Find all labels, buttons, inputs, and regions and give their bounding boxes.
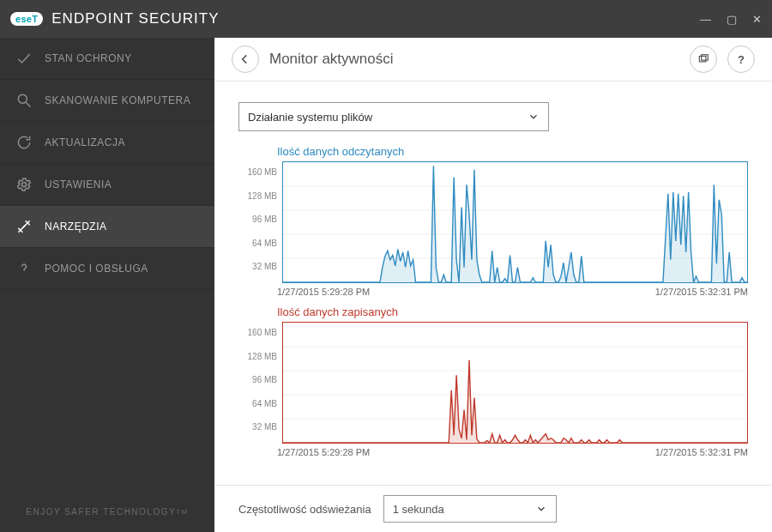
maximize-button[interactable]: ▢ xyxy=(727,13,737,26)
brand: eseT ENDPOINT SECURITY xyxy=(10,10,700,27)
sidebar-footer: ENJOY SAFER TECHNOLOGYTM xyxy=(0,491,214,532)
activity-type-select[interactable]: Działanie systemu plików xyxy=(238,102,549,131)
chevron-down-icon xyxy=(535,503,547,515)
refresh-rate-value: 1 sekunda xyxy=(393,503,444,516)
sidebar-item-label: STAN OCHRONY xyxy=(45,52,132,64)
write-chart-end-time: 1/27/2015 5:32:31 PM xyxy=(655,447,748,457)
sidebar: STAN OCHRONY SKANOWANIE KOMPUTERA AKTUAL… xyxy=(0,38,214,532)
write-chart-canvas xyxy=(282,322,748,444)
minimize-button[interactable]: — xyxy=(700,13,711,26)
read-chart-end-time: 1/27/2015 5:32:31 PM xyxy=(655,287,748,297)
read-chart-start-time: 1/27/2015 5:29:28 PM xyxy=(277,287,370,297)
refresh-icon xyxy=(15,134,33,151)
write-chart-title: Ilość danych zapisanych xyxy=(277,305,748,318)
read-chart-title: Ilość danych odczytanych xyxy=(277,145,748,158)
sidebar-item-label: AKTUALIZACJA xyxy=(45,136,125,148)
tools-icon xyxy=(15,218,33,235)
read-chart-canvas xyxy=(282,161,748,283)
search-icon xyxy=(15,92,33,109)
titlebar: eseT ENDPOINT SECURITY — ▢ ✕ xyxy=(0,0,772,38)
sidebar-item-label: NARZĘDZIA xyxy=(45,221,107,233)
sidebar-item-label: SKANOWANIE KOMPUTERA xyxy=(45,94,190,106)
page-title: Monitor aktywności xyxy=(269,51,679,68)
sidebar-item-update[interactable]: AKTUALIZACJA xyxy=(0,122,214,164)
chevron-down-icon xyxy=(528,111,540,123)
help-icon xyxy=(15,260,33,277)
svg-rect-5 xyxy=(702,55,709,60)
sidebar-item-help[interactable]: POMOC I OBSŁUGA xyxy=(0,248,214,290)
brand-logo: eseT xyxy=(10,12,43,26)
refresh-rate-select[interactable]: 1 sekunda xyxy=(383,495,557,523)
refresh-rate-label: Częstotliwość odświeżania xyxy=(238,503,371,516)
svg-rect-4 xyxy=(699,57,706,62)
svg-line-1 xyxy=(27,103,31,107)
check-icon xyxy=(15,50,33,67)
svg-point-2 xyxy=(22,183,27,187)
sidebar-item-label: USTAWIENIA xyxy=(45,178,112,190)
svg-point-0 xyxy=(18,94,27,103)
activity-type-value: Działanie systemu plików xyxy=(248,111,372,124)
back-button[interactable] xyxy=(232,45,259,73)
sidebar-item-tools[interactable]: NARZĘDZIA xyxy=(0,206,214,248)
close-button[interactable]: ✕ xyxy=(752,13,762,26)
gear-icon xyxy=(15,176,33,193)
write-chart-block: Ilość danych zapisanych 160 MB 128 MB 96… xyxy=(238,305,748,457)
write-chart-y-axis: 160 MB 128 MB 96 MB 64 MB 32 MB xyxy=(238,322,282,444)
footer-bar: Częstotliwość odświeżania 1 sekunda xyxy=(214,485,772,532)
read-chart-block: Ilość danych odczytanych 160 MB 128 MB 9… xyxy=(238,145,748,297)
help-button[interactable]: ? xyxy=(727,45,755,73)
sidebar-item-settings[interactable]: USTAWIENIA xyxy=(0,164,214,206)
sidebar-item-protection-status[interactable]: STAN OCHRONY xyxy=(0,38,214,80)
page-header: Monitor aktywności ? xyxy=(214,38,772,82)
write-chart-start-time: 1/27/2015 5:29:28 PM xyxy=(277,447,370,457)
expand-window-button[interactable] xyxy=(690,45,717,73)
read-chart-y-axis: 160 MB 128 MB 96 MB 64 MB 32 MB xyxy=(238,161,282,283)
sidebar-item-computer-scan[interactable]: SKANOWANIE KOMPUTERA xyxy=(0,80,214,122)
sidebar-item-label: POMOC I OBSŁUGA xyxy=(45,263,148,275)
product-title: ENDPOINT SECURITY xyxy=(51,10,219,27)
